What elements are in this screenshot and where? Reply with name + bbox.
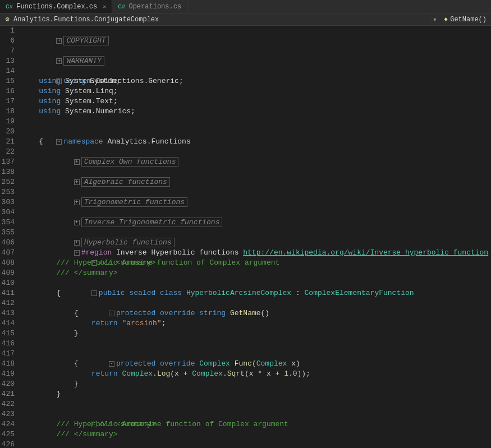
- line-num-13: 13: [0, 56, 19, 66]
- line-num-415: 415: [0, 329, 19, 339]
- line-413: 413 {: [0, 308, 491, 318]
- line-content-304: +Inverse Trigonometric functions: [19, 207, 222, 218]
- line-content-7: +WARRANTY: [19, 46, 104, 56]
- line-423: 423 -/// <summary>: [0, 409, 491, 419]
- method-icon: ♦: [444, 16, 448, 24]
- line-num-421: 421: [0, 389, 19, 399]
- line-content-138: +Algebraic functions: [19, 167, 170, 177]
- line-408: 408 /// Hyperbolic Arcsine function of C…: [0, 258, 491, 268]
- line-content-425: /// </summary>: [19, 429, 118, 440]
- line-421: 421 }: [0, 389, 491, 399]
- line-content-20: -namespace Analytics.Functions: [19, 127, 191, 137]
- line-content-17: using System.Text;: [19, 96, 118, 107]
- line-414: 414 return "arcsinh";: [0, 318, 491, 329]
- line-content-411: {: [19, 288, 61, 298]
- tab-close-button[interactable]: ✕: [103, 3, 106, 10]
- nav-path-section[interactable]: ⚙ Analytics.Functions.ConjugateComplex: [0, 13, 430, 25]
- editor: 1 +COPYRIGHT 6 7 +WARRANTY 13 14 -usi: [0, 26, 491, 448]
- line-content-409: /// </summary>: [19, 268, 118, 278]
- line-num-138: 138: [0, 167, 19, 177]
- line-content-253: +Trigonometric functions: [19, 187, 187, 197]
- line-422: 422: [0, 399, 491, 409]
- line-22: 22 +Complex Own functions: [0, 147, 491, 157]
- line-20: 20 -namespace Analytics.Functions: [0, 127, 491, 137]
- line-content-19: [19, 117, 26, 127]
- line-content-412: -protected override string GetName(): [19, 298, 269, 308]
- line-content-1: +COPYRIGHT: [19, 26, 109, 36]
- line-num-17: 17: [0, 96, 19, 107]
- line-content-414: return "arcsinh";: [19, 318, 166, 329]
- line-content-415: }: [19, 329, 78, 339]
- line-content-419: return Complex.Log(x + Complex.Sqrt(x * …: [19, 369, 310, 379]
- line-15: 15 using System.Collections.Generic;: [0, 76, 491, 86]
- line-num-424: 424: [0, 419, 19, 429]
- line-num-6: 6: [0, 36, 19, 46]
- line-content-426: -public sealed class HyperbolicArccosine…: [19, 440, 423, 448]
- line-content-422: [19, 399, 26, 409]
- line-num-412: 412: [0, 298, 19, 308]
- line-content-410: -public sealed class HyperbolicArcsineCo…: [19, 278, 414, 288]
- line-425: 425 /// </summary>: [0, 429, 491, 440]
- line-253: 253 +Trigonometric functions: [0, 187, 491, 197]
- line-content-137: [19, 157, 26, 167]
- line-num-418: 418: [0, 359, 19, 369]
- line-num-7: 7: [0, 46, 19, 56]
- line-418: 418 {: [0, 359, 491, 369]
- line-num-419: 419: [0, 369, 19, 379]
- line-content-417: -protected override Complex Func(Complex…: [19, 349, 300, 359]
- line-content-22: +Complex Own functions: [19, 147, 178, 157]
- line-412: 412 -protected override string GetName(): [0, 298, 491, 308]
- line-num-354: 354: [0, 218, 19, 228]
- line-content-6: [19, 36, 26, 46]
- line-content-424: /// Hyperbolic Arccosine function of Com…: [19, 419, 288, 429]
- line-content-355: +Hyperbolic functions: [19, 228, 175, 238]
- line-13: 13: [0, 56, 491, 66]
- line-content-303: [19, 197, 26, 207]
- line-7: 7 +WARRANTY: [0, 46, 491, 56]
- line-18: 18 using System.Numerics;: [0, 107, 491, 117]
- line-303: 303: [0, 197, 491, 207]
- cs-file-icon2: C#: [118, 3, 125, 10]
- line-content-418: {: [19, 359, 78, 369]
- line-num-1: 1: [0, 26, 19, 36]
- line-content-416: [19, 339, 26, 349]
- line-content-252: [19, 177, 26, 187]
- line-407: 407 -/// <summary>: [0, 248, 491, 258]
- line-355: 355 +Hyperbolic functions: [0, 228, 491, 238]
- line-num-420: 420: [0, 379, 19, 389]
- line-410: 410 -public sealed class HyperbolicArcsi…: [0, 278, 491, 288]
- tab-operations[interactable]: C# Operations.cs: [112, 0, 187, 13]
- line-num-22: 22: [0, 147, 19, 157]
- line-14: 14 -using System;: [0, 66, 491, 76]
- nav-method-text: GetName(): [450, 16, 487, 24]
- line-num-16: 16: [0, 86, 19, 96]
- line-num-253: 253: [0, 187, 19, 197]
- nav-method-section[interactable]: ♦ GetName(): [439, 13, 491, 25]
- line-num-423: 423: [0, 409, 19, 419]
- cs-file-icon: C#: [6, 3, 13, 10]
- line-415: 415 }: [0, 329, 491, 339]
- line-1: 1 +COPYRIGHT: [0, 26, 491, 36]
- line-num-416: 416: [0, 339, 19, 349]
- line-num-426: 426: [0, 440, 19, 448]
- line-num-425: 425: [0, 429, 19, 440]
- line-content-21: {: [19, 137, 43, 147]
- line-content-423: -/// <summary>: [19, 409, 155, 419]
- line-416: 416: [0, 339, 491, 349]
- line-304: 304 +Inverse Trigonometric functions: [0, 207, 491, 218]
- tab-bar: C# Functions.Complex.cs ✕ C# Operations.…: [0, 0, 491, 13]
- line-num-407: 407: [0, 248, 19, 258]
- line-419: 419 return Complex.Log(x + Complex.Sqrt(…: [0, 369, 491, 379]
- line-411: 411 {: [0, 288, 491, 298]
- line-num-409: 409: [0, 268, 19, 278]
- tab-functions-complex[interactable]: C# Functions.Complex.cs ✕: [0, 0, 112, 13]
- line-17: 17 using System.Text;: [0, 96, 491, 107]
- line-content-420: }: [19, 379, 78, 389]
- line-138: 138 +Algebraic functions: [0, 167, 491, 177]
- line-num-303: 303: [0, 197, 19, 207]
- line-num-21: 21: [0, 137, 19, 147]
- nav-dropdown-btn[interactable]: ▾: [430, 15, 439, 24]
- line-417: 417 -protected override Complex Func(Com…: [0, 349, 491, 359]
- line-num-19: 19: [0, 117, 19, 127]
- line-420: 420 }: [0, 379, 491, 389]
